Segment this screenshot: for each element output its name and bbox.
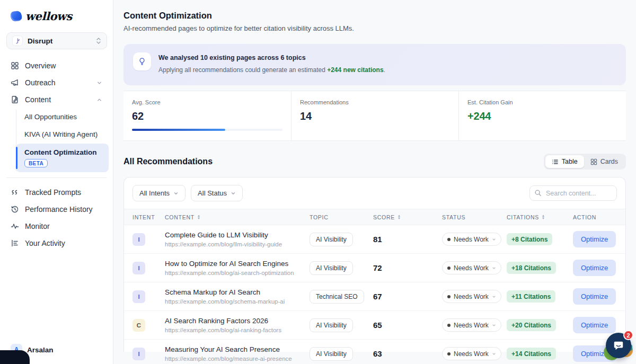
sidebar-item-content[interactable]: Content: [4, 92, 109, 108]
status-dropdown[interactable]: Needs Work: [442, 347, 501, 360]
chevron-down-icon: [173, 191, 179, 196]
table-row[interactable]: C AI Search Ranking Factors 2026https://…: [124, 311, 625, 340]
wellows-wordmark: wellows: [25, 10, 72, 23]
sidebar-item-label: Content Optimization: [24, 148, 96, 156]
content-url: https://example.com/blog/ai-ranking-fact…: [165, 327, 310, 333]
sidebar-item-label: Monitor: [25, 222, 50, 230]
sidebar-item-label: Content: [25, 95, 51, 104]
table-row[interactable]: I Schema Markup for AI Searchhttps://exa…: [124, 282, 625, 311]
status-dropdown[interactable]: Needs Work: [442, 233, 501, 246]
sidebar-divider: [6, 177, 107, 178]
citations-badge: +11 Citations: [507, 290, 555, 303]
chat-bubble-icon: [613, 340, 624, 351]
sidebar-item-performance-history[interactable]: Performance History: [4, 201, 109, 217]
status-dot-icon: [447, 295, 450, 298]
citations-badge: +8 Citations: [507, 233, 552, 245]
table-row[interactable]: I Complete Guide to LLM Visibilityhttps:…: [124, 225, 625, 254]
intent-badge: I: [132, 233, 145, 246]
content-title: Measuring Your AI Search Presence: [165, 345, 310, 353]
optimize-button[interactable]: Optimize: [573, 317, 616, 333]
sidebar-item-content-optimization[interactable]: Content Optimization BETA: [16, 144, 109, 172]
corner-overlay: [0, 350, 30, 364]
megaphone-icon: [11, 78, 19, 87]
status-dot-icon: [447, 267, 450, 270]
user-name: Arsalan: [27, 346, 54, 354]
sidebar-item-your-activity[interactable]: Your Activity: [4, 235, 109, 251]
quotes-icon: [11, 188, 19, 197]
cards-grid-icon: [590, 158, 597, 165]
status-dropdown[interactable]: Needs Work: [442, 261, 501, 274]
optimize-button[interactable]: Optimize: [573, 231, 616, 247]
sidebar-item-tracked-prompts[interactable]: Tracked Prompts: [4, 184, 109, 200]
content-title: How to Optimize for AI Search Engines: [165, 260, 310, 268]
list-icon: [552, 158, 559, 165]
main-content: Content Optimization AI-recommended page…: [113, 0, 636, 364]
sidebar-item-kiva[interactable]: KIVA (AI Writing Agent): [16, 126, 109, 143]
brand-logo: wellows: [0, 10, 113, 23]
section-title: All Recommendations: [123, 157, 213, 166]
sidebar-item-outreach[interactable]: Outreach: [4, 75, 109, 91]
chevron-down-icon: [492, 352, 496, 356]
optimize-button[interactable]: Optimize: [573, 288, 616, 305]
banner-title: We analysed 10 existing pages across 6 t…: [158, 54, 385, 61]
chevron-up-icon: [96, 97, 102, 103]
sidebar-item-label: Performance History: [25, 205, 93, 214]
column-header-score[interactable]: SCORE▲▼: [373, 214, 442, 220]
chevron-down-icon: [492, 323, 496, 327]
stat-value: 62: [132, 110, 282, 122]
intent-badge: I: [132, 290, 145, 303]
optimize-button[interactable]: Optimize: [573, 260, 616, 276]
table-header: INTENT CONTENT▲▼ TOPIC SCORE▲▼ STATUS CI…: [124, 209, 625, 225]
beta-badge: BETA: [24, 159, 48, 167]
filter-row: All Intents All Status: [124, 177, 625, 209]
activity-log-icon: [11, 239, 19, 247]
column-header-citations[interactable]: CITATIONS▲▼: [507, 214, 573, 220]
table-view-button[interactable]: Table: [545, 155, 584, 168]
project-selector[interactable]: Disrupt: [6, 32, 107, 49]
select-chevrons-icon: [96, 37, 101, 45]
stat-label: Recommendations: [300, 99, 450, 105]
status-dropdown[interactable]: Needs Work: [442, 318, 501, 332]
sidebar-item-overview[interactable]: Overview: [4, 58, 109, 74]
search-input[interactable]: [529, 185, 617, 201]
topic-pill: AI Visibility: [310, 318, 353, 332]
sidebar: wellows Disrupt Overview Outreach: [0, 0, 113, 364]
table-row[interactable]: I How to Optimize for AI Search Enginesh…: [124, 254, 625, 282]
content-title: AI Search Ranking Factors 2026: [165, 317, 310, 325]
column-header-status: STATUS: [442, 214, 507, 220]
intent-badge: I: [132, 348, 145, 360]
stats-bar: Avg. Score 62 Recommendations 14 Est. Ci…: [123, 91, 626, 141]
sort-icon: ▲▼: [197, 215, 201, 219]
status-filter-dropdown[interactable]: All Status: [191, 185, 243, 201]
citations-badge: +20 Citations: [507, 319, 556, 331]
stat-avg-score: Avg. Score 62: [123, 91, 291, 140]
lightbulb-icon: [133, 52, 151, 70]
column-header-content[interactable]: CONTENT▲▼: [165, 214, 310, 220]
stat-citation-gain: Est. Citation Gain +244: [458, 91, 626, 140]
table-row[interactable]: I Measuring Your AI Search Presencehttps…: [124, 340, 625, 364]
content-subnav: All Opportunities KIVA (AI Writing Agent…: [16, 109, 109, 172]
sidebar-nav: Overview Outreach Content All Opportunit…: [0, 58, 113, 340]
citations-badge: +14 Citations: [507, 348, 556, 360]
topic-pill: AI Visibility: [310, 261, 353, 275]
sidebar-item-monitor[interactable]: Monitor: [4, 218, 109, 234]
content-url: https://example.com/blog/measure-ai-pres…: [165, 356, 310, 362]
chevron-down-icon: [96, 80, 102, 86]
intents-filter-dropdown[interactable]: All Intents: [132, 185, 186, 201]
sidebar-item-label: Outreach: [25, 78, 56, 87]
score-value: 81: [373, 235, 442, 244]
sidebar-item-label: Overview: [25, 61, 56, 70]
sort-icon: ▲▼: [542, 215, 545, 219]
sidebar-item-all-opportunities[interactable]: All Opportunities: [16, 109, 109, 125]
stat-value: +244: [467, 110, 617, 122]
page-title: Content Optimization: [123, 11, 626, 21]
column-header-topic: TOPIC: [310, 214, 373, 220]
score-value: 63: [373, 349, 442, 358]
wellows-logo-icon: [10, 11, 22, 22]
topic-pill: AI Visibility: [310, 233, 353, 246]
status-dropdown[interactable]: Needs Work: [442, 290, 501, 303]
content-url: https://example.com/blog/llm-visibility-…: [165, 241, 310, 247]
status-dot-icon: [447, 238, 450, 241]
score-progress-bar: [132, 129, 282, 131]
cards-view-button[interactable]: Cards: [584, 155, 624, 168]
